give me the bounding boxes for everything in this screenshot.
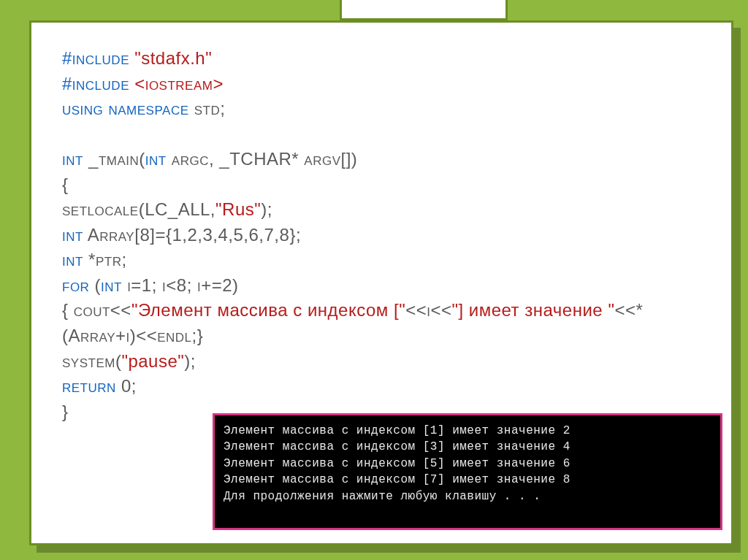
string-literal: "pause" [121, 351, 184, 371]
code-line: using namespace std; [62, 96, 709, 122]
identifier: <<i<< [405, 300, 451, 320]
code-line: setlocale(LC_ALL,"Rus"); [62, 197, 709, 223]
literal: 0; [121, 376, 137, 396]
identifier: system( [62, 351, 121, 371]
code-line: #include <iostream> [62, 72, 709, 97]
keyword: int [62, 250, 88, 269]
string-literal: "Rus" [215, 199, 261, 219]
identifier: Array[8]={1,2,3,4,5,6,7,8}; [88, 225, 301, 245]
keyword: int [145, 149, 172, 169]
string-literal: "stdafx.h" [134, 48, 212, 68]
keyword: return [62, 376, 121, 396]
keyword: using namespace [62, 99, 194, 118]
code-line: return 0; [62, 374, 709, 399]
code-line: system("pause"); [62, 349, 709, 375]
identifier: *ptr; [88, 250, 127, 269]
punct: ); [261, 199, 272, 219]
console-line: Элемент массива с индексом [7] имеет зна… [224, 473, 570, 486]
console-line: Элемент массива с индексом [5] имеет зна… [224, 457, 570, 470]
preproc: #include [62, 48, 134, 68]
blank-line [62, 122, 709, 147]
code-block: #include "stdafx.h" #include <iostream> … [62, 46, 709, 424]
keyword: int [62, 149, 88, 169]
console-line: Элемент массива с индексом [3] имеет зна… [224, 440, 570, 453]
keyword: for [62, 275, 95, 295]
code-line: int _tmain(int argc, _TCHAR* argv[]) [62, 147, 709, 172]
code-line: { [62, 172, 709, 198]
code-line: int Array[8]={1,2,3,4,5,6,7,8}; [62, 223, 709, 248]
code-line: { cout<<"Элемент массива с индексом ["<<… [62, 298, 709, 348]
string-literal: <iostream> [134, 74, 224, 93]
console-output: Элемент массива с индексом [1] имеет зна… [213, 413, 722, 530]
code-line: for (int i=1; i<8; i+=2) [62, 273, 709, 299]
string-literal: "Элемент массива с индексом [" [131, 300, 405, 320]
identifier: setlocale(LC_ALL, [62, 199, 215, 219]
slide-tab-decoration [340, 0, 508, 20]
punct: ( [95, 275, 102, 295]
code-line: #include "stdafx.h" [62, 46, 709, 72]
preproc: #include [62, 74, 134, 93]
identifier: argc, _TCHAR* argv[]) [172, 149, 357, 169]
identifier: { cout<< [62, 300, 131, 320]
slide-frame: #include "stdafx.h" #include <iostream> … [29, 20, 733, 545]
code-line: int *ptr; [62, 248, 709, 273]
console-line: Элемент массива с индексом [1] имеет зна… [224, 424, 570, 437]
string-literal: "] имеет значение " [451, 300, 614, 320]
keyword: int [62, 225, 88, 245]
identifier: i=1; i<8; i+=2) [127, 275, 238, 295]
keyword: int [101, 275, 127, 295]
identifier: _tmain( [88, 149, 145, 169]
identifier: std; [194, 99, 226, 118]
console-line: Для продолжения нажмите любую клавишу . … [224, 490, 541, 503]
punct: ); [184, 351, 196, 371]
